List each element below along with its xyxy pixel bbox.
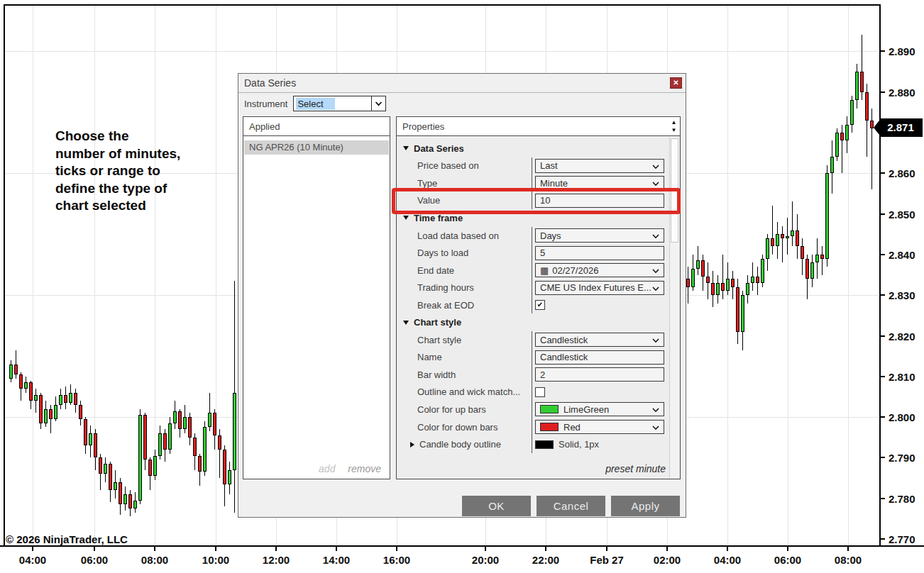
property-label-break-at-eod: Break at EOD (397, 300, 532, 311)
applied-panel: Applied NG APR26 (10 Minute) add remove (243, 116, 390, 479)
property-control-break-at-eod: ✔ (532, 296, 670, 314)
time-tick (32, 546, 33, 551)
applied-series-item[interactable]: NG APR26 (10 Minute) (244, 140, 389, 155)
time-label: 06:00 (81, 554, 108, 566)
candle-body (133, 501, 137, 508)
candle-body (178, 411, 182, 430)
property-row-time-frame[interactable]: Time frame (397, 209, 670, 227)
dropdown-load-data-based-on[interactable]: Days (535, 228, 664, 243)
dropdown-end-date[interactable]: ▦02/27/2026 (535, 263, 664, 277)
dialog-title: Data Series (244, 74, 296, 92)
property-control-type: Minute (532, 174, 670, 192)
candle-body (865, 92, 869, 121)
candle-body (761, 259, 764, 283)
instrument-field[interactable]: Select (294, 96, 371, 111)
time-tick (545, 546, 546, 551)
dropdown-trading-hours[interactable]: CME US Index Futures E... (535, 281, 664, 295)
dropdown-color-for-down-bars[interactable]: Red (535, 420, 664, 434)
ok-button[interactable]: OK (462, 496, 531, 516)
time-tick (154, 546, 155, 551)
collapse-arrow-icon[interactable] (403, 216, 409, 220)
dropdown-price-based-on[interactable]: Last (535, 159, 664, 173)
property-control-color-for-up-bars: LimeGreen (532, 401, 670, 418)
instrument-combobox[interactable]: Select (293, 96, 386, 111)
candle-body (94, 433, 97, 457)
price-label: 2.790 (889, 452, 915, 464)
property-control-bar-width: 2 (532, 366, 670, 384)
price-label: 2.890 (889, 45, 915, 57)
candle-body (104, 464, 107, 474)
property-row-data-series[interactable]: Data Series (397, 140, 670, 157)
candle-body (751, 277, 754, 283)
input-name[interactable]: Candlestick (535, 350, 664, 365)
input-value[interactable]: 10 (535, 194, 664, 208)
list-actions: add remove (319, 463, 381, 474)
dropdown-color-for-up-bars[interactable]: LimeGreen (535, 402, 664, 416)
candle-body (14, 365, 18, 374)
close-icon[interactable]: ✕ (670, 77, 682, 89)
candle-body (213, 413, 216, 435)
candle-body (766, 238, 769, 259)
property-control-load-data-based-on: Days (532, 227, 670, 245)
scroll-up-icon[interactable]: ▲ (669, 118, 678, 126)
candle-wick (842, 125, 842, 174)
scroll-down-icon[interactable]: ▼ (669, 126, 678, 134)
control-value: 02/27/2026 (552, 265, 598, 276)
candle-body (810, 262, 814, 279)
scrollbar-thumb[interactable] (671, 138, 678, 243)
property-label-candle-body-outline: Candle body outline (397, 439, 532, 450)
property-row-days-to-load: Days to load5 (397, 244, 670, 262)
properties-panel: Properties ▲ ▼ Data SeriesPrice based on… (396, 116, 681, 479)
property-row-chart-style[interactable]: Chart style (397, 313, 670, 331)
swatch-value: Solid, 1px (559, 439, 599, 450)
copyright-text: © 2026 NinjaTrader, LLC (6, 533, 128, 545)
expand-arrow-icon[interactable] (410, 442, 414, 447)
candle-body (183, 417, 187, 429)
property-label-value: Value (397, 195, 532, 206)
v-gridline (216, 6, 216, 545)
instrument-dropdown-button[interactable] (371, 96, 385, 111)
property-label-type: Type (397, 178, 532, 189)
input-bar-width[interactable]: 2 (535, 367, 664, 382)
remove-button[interactable]: remove (348, 463, 381, 474)
checkbox-outline-and-wick-match[interactable] (535, 387, 545, 397)
checkbox-break-at-eod[interactable]: ✔ (535, 300, 545, 310)
property-label-end-date: End date (397, 265, 532, 276)
properties-scrollbar[interactable] (669, 137, 679, 478)
time-label: 20:00 (472, 554, 499, 566)
property-row-load-data-based-on: Load data based onDays (397, 227, 670, 245)
candle-body (9, 365, 13, 379)
property-control-days-to-load: 5 (532, 244, 670, 262)
control-value: Days (540, 230, 561, 241)
add-button[interactable]: add (319, 463, 335, 474)
candle-body (208, 413, 211, 427)
control-value: LimeGreen (563, 404, 609, 415)
collapse-arrow-icon[interactable] (403, 146, 409, 150)
chevron-down-icon (652, 165, 659, 169)
candle-body (845, 125, 849, 141)
property-control-value: 10 (532, 192, 670, 210)
dropdown-type[interactable]: Minute (535, 176, 664, 190)
chevron-down-icon (652, 182, 659, 187)
candle-body (54, 405, 57, 419)
dialog-titlebar[interactable]: Data Series ✕ (238, 74, 686, 93)
candle-body (128, 494, 132, 508)
price-label: 2.770 (889, 533, 915, 545)
collapse-arrow-icon[interactable] (403, 321, 409, 325)
property-control-name: Candlestick (532, 349, 670, 367)
property-label-price-based-on: Price based on (397, 160, 532, 171)
property-label-load-data-based-on: Load data based on (397, 230, 532, 241)
apply-button[interactable]: Apply (611, 496, 680, 516)
time-tick (336, 546, 337, 551)
input-days-to-load[interactable]: 5 (535, 246, 664, 260)
price-axis-line (879, 4, 881, 547)
candle-body (223, 450, 226, 484)
cancel-button[interactable]: Cancel (537, 496, 605, 516)
candle-body (99, 457, 102, 474)
candle-body (855, 72, 859, 100)
dropdown-chart-style[interactable]: Candlestick (535, 333, 664, 347)
property-label-color-for-up-bars: Color for up bars (397, 404, 532, 415)
candle-body (69, 393, 72, 403)
price-label: 2.860 (889, 167, 915, 179)
candle-body (123, 494, 127, 504)
